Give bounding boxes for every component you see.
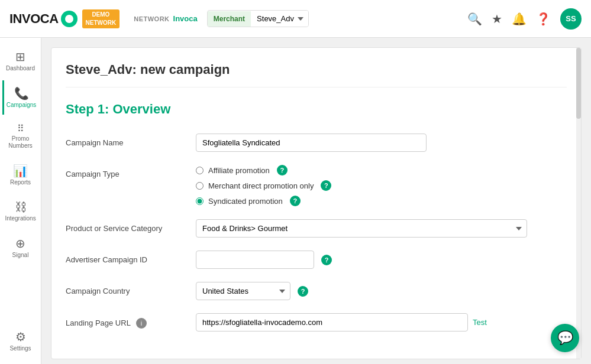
test-link[interactable]: Test: [473, 318, 487, 327]
sidebar-item-promo-numbers[interactable]: ⠿ Promo Numbers: [2, 117, 39, 155]
demo-network-badge: DEMO NETWORK: [82, 9, 120, 28]
campaign-name-control: [196, 134, 567, 152]
sidebar-item-campaigns-label: Campaigns: [7, 102, 37, 109]
sidebar-item-signal[interactable]: ⊕ Signal: [2, 230, 39, 265]
main-content: Steve_Adv: new campaign Step 1: Overview…: [41, 38, 591, 364]
logo-bubble-inner: [65, 15, 73, 23]
campaign-name-row: Campaign Name: [66, 134, 567, 152]
syndicated-help-icon[interactable]: ?: [290, 196, 301, 206]
sidebar-item-signal-label: Signal: [12, 252, 29, 259]
network-label: NETWORK: [134, 15, 169, 22]
radio-syndicated[interactable]: Syndicated promotion ?: [196, 196, 567, 206]
logo-bubble: [61, 11, 77, 27]
top-navigation: INVOCA DEMO NETWORK NETWORK Invoca Merch…: [0, 0, 591, 38]
logo-area: INVOCA DEMO NETWORK: [9, 9, 120, 28]
merchant-direct-help-icon[interactable]: ?: [321, 180, 331, 191]
landing-page-url-row: Landing Page URL i Test: [66, 313, 567, 332]
sidebar-item-campaigns[interactable]: 📞 Campaigns: [2, 80, 39, 115]
user-avatar[interactable]: SS: [560, 8, 582, 30]
campaign-type-row: Campaign Type Affiliate promotion ? Merc…: [66, 165, 567, 206]
affiliate-help-icon[interactable]: ?: [277, 165, 288, 176]
product-category-control: Food & Drinks> Gourmet: [196, 219, 567, 238]
landing-page-url-control: Test: [196, 313, 567, 332]
merchant-selector[interactable]: Merchant Steve_Adv: [207, 10, 309, 27]
invoca-logo: INVOCA: [9, 11, 77, 27]
sidebar-item-settings-label: Settings: [9, 345, 31, 352]
campaign-country-row: Campaign Country United StatesCanadaUnit…: [66, 282, 567, 300]
advertiser-row: ?: [196, 251, 567, 269]
radio-merchant-direct[interactable]: Merchant direct promotion only ?: [196, 180, 567, 191]
product-category-label: Product or Service Category: [66, 219, 196, 233]
settings-icon: ⚙: [15, 330, 26, 344]
network-info: NETWORK Invoca: [134, 14, 198, 23]
campaign-country-label: Campaign Country: [66, 282, 196, 295]
campaign-type-control: Affiliate promotion ? Merchant direct pr…: [196, 165, 567, 206]
landing-page-url-label: Landing Page URL i: [66, 313, 196, 329]
merchant-label: Merchant: [208, 11, 251, 27]
advertiser-campaign-id-row: Advertiser Campaign ID ?: [66, 251, 567, 269]
radio-affiliate-input[interactable]: [196, 167, 204, 174]
sidebar-item-dashboard[interactable]: ⊞ Dashboard: [2, 44, 39, 78]
radio-merchant-direct-input[interactable]: [196, 182, 204, 190]
chat-button[interactable]: 💬: [551, 324, 579, 352]
radio-affiliate-label: Affiliate promotion: [208, 166, 270, 175]
advertiser-id-help-icon[interactable]: ?: [321, 255, 332, 265]
campaign-country-control: United StatesCanadaUnited Kingdom ?: [196, 282, 567, 300]
sidebar-item-dashboard-label: Dashboard: [6, 65, 35, 72]
campaign-name-label: Campaign Name: [66, 134, 196, 147]
content-card: Steve_Adv: new campaign Step 1: Overview…: [51, 47, 582, 359]
advertiser-campaign-id-input[interactable]: [196, 251, 314, 269]
sidebar-item-promo-numbers-label: Promo Numbers: [6, 135, 35, 150]
scrollbar-track: [576, 48, 581, 359]
signal-icon: ⊕: [15, 236, 25, 251]
sidebar-item-reports[interactable]: 📊 Reports: [2, 158, 39, 192]
advertiser-campaign-id-label: Advertiser Campaign ID: [66, 251, 196, 264]
network-name: Invoca: [173, 14, 198, 23]
advertiser-campaign-id-control: ?: [196, 251, 567, 269]
sidebar-item-reports-label: Reports: [10, 179, 31, 186]
notifications-icon[interactable]: 🔔: [512, 12, 527, 26]
promo-numbers-icon: ⠿: [17, 123, 24, 134]
product-category-row: Product or Service Category Food & Drink…: [66, 219, 567, 238]
campaign-name-input[interactable]: [196, 134, 427, 152]
url-row: Test: [196, 313, 567, 332]
merchant-select[interactable]: Steve_Adv: [251, 11, 308, 27]
campaign-form: Campaign Name Campaign Type Affiliate pr…: [66, 134, 567, 332]
dashboard-icon: ⊞: [15, 50, 25, 64]
step-header: Step 1: Overview: [66, 102, 567, 117]
radio-syndicated-label: Syndicated promotion: [208, 197, 283, 206]
invoca-wordmark: INVOCA: [9, 11, 59, 27]
page-layout: ⊞ Dashboard 📞 Campaigns ⠿ Promo Numbers …: [0, 38, 591, 364]
sidebar-item-settings[interactable]: ⚙ Settings: [2, 324, 39, 358]
sidebar-item-integrations-label: Integrations: [5, 215, 35, 222]
scrollbar-thumb[interactable]: [576, 48, 581, 119]
reports-icon: 📊: [13, 164, 28, 178]
campaign-type-radio-group: Affiliate promotion ? Merchant direct pr…: [196, 165, 567, 206]
favorites-icon[interactable]: ★: [492, 12, 502, 26]
campaign-country-select[interactable]: United StatesCanadaUnited Kingdom: [196, 282, 290, 300]
integrations-icon: ⛓: [15, 200, 27, 214]
sidebar: ⊞ Dashboard 📞 Campaigns ⠿ Promo Numbers …: [0, 38, 41, 364]
page-title: Steve_Adv: new campaign: [66, 62, 567, 87]
search-icon[interactable]: 🔍: [467, 12, 482, 26]
sidebar-item-integrations[interactable]: ⛓ Integrations: [2, 194, 39, 228]
country-help-icon[interactable]: ?: [298, 286, 308, 297]
radio-affiliate[interactable]: Affiliate promotion ?: [196, 165, 567, 176]
campaigns-icon: 📞: [14, 86, 29, 100]
radio-merchant-direct-label: Merchant direct promotion only: [208, 181, 314, 190]
campaign-type-label: Campaign Type: [66, 165, 196, 178]
nav-icons: 🔍 ★ 🔔 ❓ SS: [467, 8, 582, 30]
radio-syndicated-input[interactable]: [196, 197, 204, 205]
landing-page-info-icon[interactable]: i: [136, 318, 147, 329]
help-icon[interactable]: ❓: [536, 12, 551, 26]
product-category-select[interactable]: Food & Drinks> Gourmet: [196, 219, 527, 238]
landing-page-url-input[interactable]: [196, 313, 468, 332]
